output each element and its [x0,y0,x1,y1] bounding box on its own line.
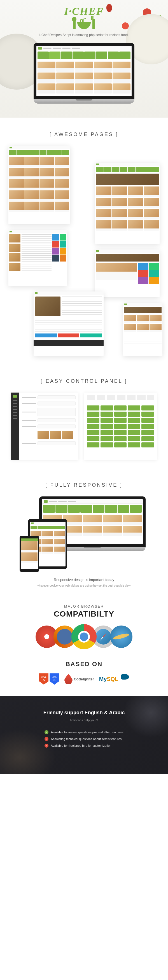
logo-text: I·CHEF [0,5,168,18]
control-panel-showcase [0,393,168,468]
based-on-section: BASED ON HTML5 CSS3 CodeIgniter MySQL [0,658,168,696]
page-screenshot-article [33,291,104,356]
support-item: ✓Available to answer questions pre and a… [44,730,123,734]
admin-gallery-screenshot [84,393,157,460]
responsive-section-title: [ FULLY RESPONSIVE ] [0,468,168,496]
html5-badge: HTML5 CSS3 [39,673,59,685]
check-icon: ✓ [44,730,48,734]
responsive-heading: Responsive design is important today [11,578,157,582]
page-screenshot-category [95,163,160,244]
page-screenshot-recipe [95,250,160,297]
hero-tagline: I-Chef Recipes Script is amazing php scr… [0,33,168,37]
dolphin-icon [121,674,129,679]
logo-utensils-icon [0,19,168,29]
support-item: ✓Answering technical questions about ite… [44,737,123,741]
browser-major-label: MAJOR BROWSER [11,604,157,608]
flame-icon [64,674,73,684]
chrome-icon [71,624,97,649]
pages-section-title: [ AWESOME PAGES ] [0,118,168,146]
internet-explorer-icon [110,625,132,648]
pages-showcase [0,146,168,364]
fork-icon [92,19,95,29]
support-subtitle: how can i help you ? [0,719,168,722]
check-icon: ✓ [44,744,48,748]
page-screenshot-blog [8,230,67,286]
support-list: ✓Available to answer questions pre and a… [44,730,123,750]
spoon-icon [73,19,76,29]
support-section: Friendly support English & Arabic how ca… [0,696,168,774]
support-item: ✓Available for freelance hire for custom… [44,744,123,748]
hero-laptop-mockup [33,43,135,103]
browser-compat-title: COMPATIBILTY [11,609,157,619]
based-on-title: BASED ON [11,660,157,668]
mysql-badge: MySQL [99,676,129,682]
support-title: Friendly support English & Arabic [0,710,168,716]
logo: I·CHEF [0,0,168,29]
bowl-icon [77,22,91,29]
responsive-subtext: whatever device your web visitors are us… [11,584,157,593]
device-phone [20,536,39,572]
check-icon: ✓ [44,737,48,741]
page-screenshot-home [8,146,70,224]
admin-form-screenshot [11,393,78,460]
hero-section: I·CHEF I-Chef Recipes Script is amazing … [0,0,168,118]
responsive-showcase: Responsive design is important today wha… [0,496,168,593]
codeigniter-badge: CodeIgniter [64,674,94,684]
control-section-title: [ EASY CONTROL PANEL ] [0,364,168,393]
page-screenshot-mobile [123,303,162,356]
browser-compatibility-section: MAJOR BROWSER COMPATIBILTY [0,593,168,658]
